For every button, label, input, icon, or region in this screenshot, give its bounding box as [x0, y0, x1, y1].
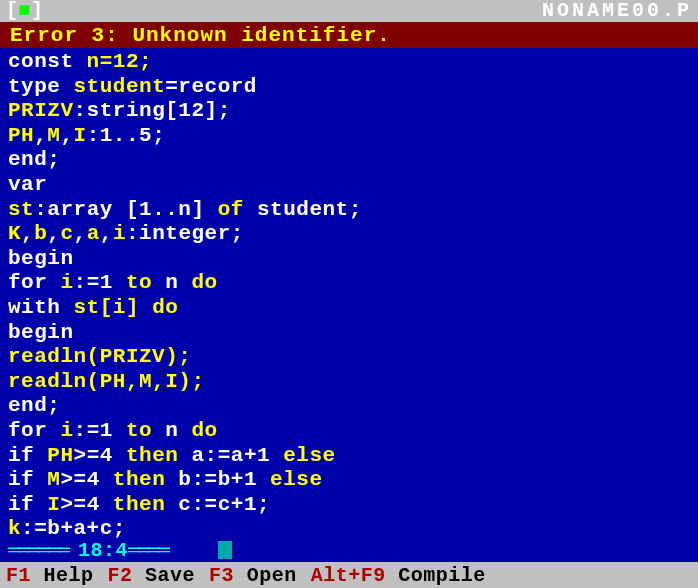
error-bar: Error 3: Unknown identifier. — [0, 22, 698, 48]
menu-compile[interactable]: Alt+F9 Compile — [311, 564, 492, 587]
frame-border: ════ — [128, 539, 168, 562]
status-line: ══════ 18:4 ════ — [0, 538, 698, 562]
cursor-position: 18:4 — [78, 539, 128, 562]
scrollbar-thumb-icon[interactable] — [218, 541, 232, 559]
code-editor[interactable]: const n=12; type student=record PRIZV:st… — [0, 48, 698, 538]
menu-open[interactable]: F3 Open — [209, 564, 303, 587]
filename-label: NONAME00.P — [542, 0, 692, 22]
ide-window: [■] NONAME00.P Error 3: Unknown identifi… — [0, 0, 698, 588]
menu-help[interactable]: F1 Help — [6, 564, 100, 587]
window-control-icon[interactable]: [■] — [6, 0, 44, 22]
menu-save[interactable]: F2 Save — [108, 564, 202, 587]
frame-border: ══════ — [8, 539, 68, 562]
error-message: Error 3: Unknown identifier. — [10, 24, 391, 47]
menu-bar: F1 Help F2 Save F3 Open Alt+F9 Compile — [0, 562, 698, 588]
title-bar: [■] NONAME00.P — [0, 0, 698, 22]
